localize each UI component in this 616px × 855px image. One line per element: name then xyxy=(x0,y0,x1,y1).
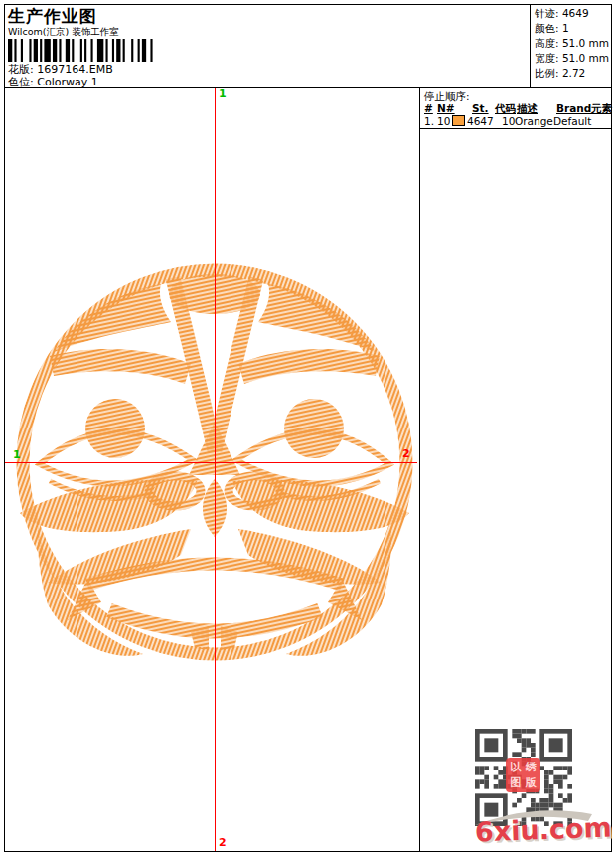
col-elements: 元素 xyxy=(591,102,612,116)
design-summary: 针迹: 4649 颜色: 1 高度: 51.0 mm 宽度: 51.0 mm 比… xyxy=(535,6,609,81)
eyebrow-right xyxy=(238,349,380,384)
page-title: 生产作业图 xyxy=(8,5,97,28)
thread-color-swatch xyxy=(452,115,465,128)
col-stitches: St. xyxy=(472,102,489,114)
colors-value: 1 xyxy=(562,22,569,34)
stitches-value: 4649 xyxy=(562,7,589,19)
col-brand: Brand xyxy=(556,102,591,114)
production-worksheet: 生产作业图 Wilcom(汇京) 装饰工作室 花版: 1697164.EMB 色… xyxy=(0,0,616,855)
row-stitches: 4647 xyxy=(467,115,494,127)
embroidery-design-preview xyxy=(4,87,419,852)
stamp-char: 以 xyxy=(508,760,524,775)
barcode xyxy=(8,39,159,62)
company-name: Wilcom(汇京) 装饰工作室 xyxy=(8,26,119,39)
table-bottom-line xyxy=(420,128,612,129)
width-value: 51.0 mm xyxy=(562,52,609,64)
ratio-value: 2.72 xyxy=(562,67,585,79)
row-index: 1. xyxy=(424,115,434,127)
header-vertical-divider xyxy=(530,4,531,88)
start-marker-top: 1 xyxy=(219,88,227,99)
red-seal-stamp: 以 绣 图 版 xyxy=(506,758,540,792)
col-index: # xyxy=(424,102,433,114)
ratio-label: 比例: xyxy=(535,67,559,79)
col-needle: N# xyxy=(437,102,455,114)
wing-left-1 xyxy=(20,479,197,532)
row-description: Orange xyxy=(515,115,553,127)
stamp-char: 绣 xyxy=(524,760,539,775)
stamp-char: 版 xyxy=(524,775,539,791)
stitches-label: 针迹: xyxy=(535,7,559,19)
pupil-left xyxy=(85,399,145,458)
row-needle: 10 xyxy=(437,115,450,127)
col-description: 描述 xyxy=(517,102,538,116)
end-marker-right: 2 xyxy=(402,448,410,459)
width-label: 宽度: xyxy=(535,52,559,64)
stamp-char: 图 xyxy=(508,775,524,791)
row-code: 10 xyxy=(502,115,515,127)
crosshair-vertical-line xyxy=(215,88,216,851)
watermark-site-text: 6xiu.com xyxy=(475,812,613,848)
end-marker-bottom: 2 xyxy=(219,837,227,848)
height-label: 高度: xyxy=(535,37,559,49)
eyebrow-left xyxy=(50,349,191,384)
col-code: 代码 xyxy=(495,102,516,116)
stop-sequence-table: # N# St. 代码 描述 Brand 元素 1. 10 4647 10 Or… xyxy=(424,102,613,128)
pupil-right xyxy=(284,399,344,458)
side-panel-divider xyxy=(419,87,420,852)
start-marker-left: 1 xyxy=(13,449,21,460)
crosshair-horizontal-line xyxy=(5,462,417,463)
row-brand: Default xyxy=(553,115,591,127)
colors-label: 颜色: xyxy=(535,22,559,34)
wing-right-1 xyxy=(232,479,409,532)
height-value: 51.0 mm xyxy=(562,37,609,49)
